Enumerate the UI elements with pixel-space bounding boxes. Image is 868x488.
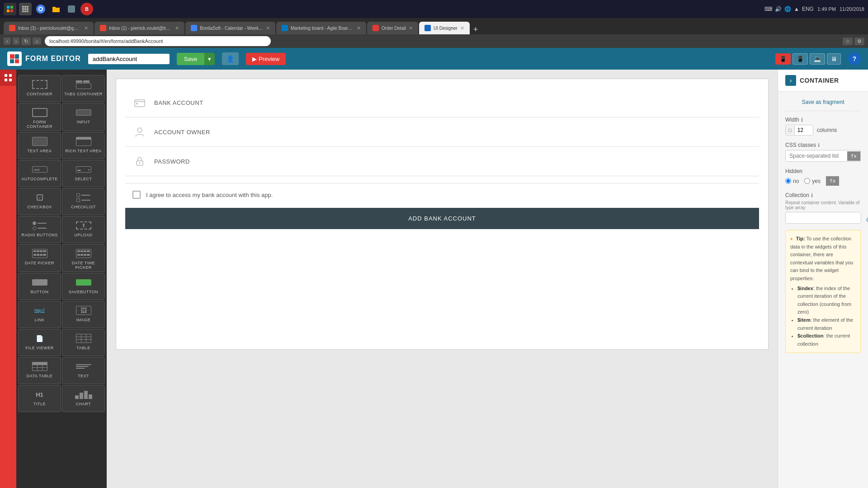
tab-gmail1[interactable]: Inbox (3) - pierrickvoulet@gmai... ✕ — [4, 22, 94, 34]
tab-gmail2[interactable]: Inbox (1) - pierrick.voulet@boni... ✕ — [94, 22, 184, 34]
widget-link[interactable]: http:// LINK — [18, 301, 61, 328]
user-button[interactable]: 👤 — [222, 52, 239, 65]
widget-upload-icon: ⬆ — [75, 220, 92, 231]
collection-info-icon[interactable]: ℹ — [811, 192, 813, 198]
svg-rect-24 — [9, 79, 12, 81]
extensions-button[interactable]: ⚙ — [854, 38, 864, 45]
tab-close-order[interactable]: ✕ — [409, 25, 413, 31]
taskbar-other-icon[interactable] — [65, 3, 78, 15]
password-field[interactable]: PASSWORD — [125, 147, 759, 176]
add-bank-account-button[interactable]: ADD BANK ACCOUNT — [125, 208, 759, 229]
home-button[interactable]: ⌂ — [33, 38, 41, 45]
panel-tab-widgets[interactable] — [0, 70, 16, 86]
tab-ui-designer[interactable]: UI Designer ✕ — [419, 22, 470, 34]
save-dropdown-button[interactable]: ▾ — [204, 53, 215, 65]
widget-input[interactable]: INPUT — [62, 103, 105, 131]
widget-select[interactable]: ▬▾ SELECT — [62, 160, 105, 187]
widget-form-container[interactable]: FORM CONTAINER — [18, 103, 61, 131]
bank-account-icon — [132, 95, 147, 110]
tab-close-bonita-cal[interactable]: ✕ — [266, 25, 270, 31]
widget-date-time-picker[interactable]: DATE TIME PICKER — [62, 244, 105, 272]
new-tab-button[interactable]: + — [471, 25, 481, 34]
tab-close-gmail2[interactable]: ✕ — [175, 25, 179, 31]
widget-table[interactable]: TABLE — [62, 329, 105, 356]
tab-close-trello[interactable]: ✕ — [357, 25, 361, 31]
widget-radio-buttons[interactable]: RADIO BUTTONS — [18, 216, 61, 243]
widget-data-table[interactable]: DATA TABLE — [18, 357, 61, 384]
hidden-label: Hidden — [785, 168, 861, 174]
widget-tabs-container[interactable]: TABS CONTAINER — [62, 75, 105, 102]
taskbar-bonita-icon[interactable]: B — [80, 3, 93, 15]
view-tablet-button[interactable]: 📱 — [793, 53, 808, 65]
width-info-icon[interactable]: ℹ — [801, 117, 803, 123]
widget-checkbox[interactable]: ✓ CHECKBOX — [18, 188, 61, 215]
bookmark-button[interactable]: ☆ — [843, 38, 853, 45]
widget-checklist[interactable]: CHECKLIST — [62, 188, 105, 215]
tray-icon-1[interactable]: ⌨ — [764, 6, 772, 12]
agree-checkbox[interactable] — [132, 191, 141, 199]
tray-icon-2[interactable]: 🔊 — [775, 6, 782, 12]
back-button[interactable]: ‹ — [4, 38, 11, 45]
collection-input[interactable] — [786, 212, 861, 223]
address-bar[interactable]: localhost:49990/bonita/#/en/forms/addBan… — [45, 36, 271, 46]
widget-image[interactable]: 🖼 IMAGE — [62, 301, 105, 328]
css-classes-input[interactable] — [786, 150, 847, 161]
width-input[interactable] — [795, 125, 813, 135]
svg-rect-17 — [10, 54, 14, 59]
widget-chart[interactable]: CHART — [62, 385, 105, 412]
start-icon[interactable] — [4, 3, 16, 15]
widget-autocomplete[interactable]: user AUTOCOMPLETE — [18, 160, 61, 187]
tab-close-ui-designer[interactable]: ✕ — [460, 25, 464, 31]
width-input-row: □ columns — [785, 125, 861, 136]
hidden-no-label[interactable]: no — [785, 178, 799, 184]
view-mobile-button[interactable]: 📱 — [775, 53, 791, 65]
tab-bonita-cal[interactable]: BonitaSoft - Calendar - Week of ... ✕ — [185, 22, 275, 34]
collection-label: Collection ℹ — [785, 192, 861, 198]
panel-toggle-button[interactable]: › — [785, 75, 796, 86]
view-tv-button[interactable]: 🖥 — [827, 53, 841, 65]
css-info-icon[interactable]: ℹ — [818, 142, 820, 148]
tab-order[interactable]: Order Detail ✕ — [367, 22, 418, 34]
agree-checkbox-row[interactable]: I agree to access my bank account with t… — [125, 183, 759, 206]
chrome-icon[interactable] — [34, 3, 47, 15]
widget-text[interactable]: TEXT — [62, 357, 105, 384]
save-fragment-link[interactable]: Save as fragment — [785, 97, 861, 111]
tray-icon-3[interactable]: 🌐 — [784, 6, 791, 12]
reload-button[interactable]: ↻ — [21, 38, 31, 45]
svg-rect-2 — [7, 9, 9, 12]
svg-point-29 — [139, 163, 141, 164]
tab-trello[interactable]: Marketing board - Agile Board - ... ✕ — [276, 22, 366, 34]
help-button[interactable]: ? — [848, 52, 861, 65]
widget-select-label: SELECT — [75, 177, 92, 181]
hidden-no-radio[interactable] — [785, 178, 791, 184]
widget-upload[interactable]: ⬆ UPLOAD — [62, 216, 105, 243]
account-owner-label: ACCOUNT OWNER — [154, 129, 210, 136]
tab-favicon-gmail2 — [100, 25, 106, 31]
widget-button[interactable]: BUTTON — [18, 273, 61, 300]
widget-date-picker[interactable]: DATE PICKER — [18, 244, 61, 272]
css-binding-button[interactable]: fx — [847, 151, 860, 161]
hidden-binding-button[interactable]: fx — [826, 176, 839, 186]
system-time: 1:49 PM — [817, 6, 836, 12]
widget-savebutton[interactable]: SAVEBUTTON — [62, 273, 105, 300]
widget-text-area[interactable]: TEXT AREA — [18, 132, 61, 159]
form-name-input[interactable] — [88, 54, 170, 64]
widget-container[interactable]: CONTAINER — [18, 75, 61, 102]
folder-icon[interactable] — [50, 3, 62, 15]
save-button[interactable]: Save — [177, 53, 205, 65]
tab-close-gmail1[interactable]: ✕ — [84, 25, 88, 31]
network-icon[interactable]: ▲ — [794, 6, 799, 12]
collection-link-button[interactable]: 🔗 — [863, 213, 868, 223]
taskbar-grid-icon[interactable] — [19, 3, 32, 15]
widget-rich-text-area-icon — [75, 136, 92, 147]
widget-title[interactable]: H1 TITLE — [18, 385, 61, 412]
account-owner-field[interactable]: ACCOUNT OWNER — [125, 117, 759, 147]
hidden-yes-label[interactable]: yes — [804, 178, 821, 184]
widget-file-viewer[interactable]: 📄 FILE VIEWER — [18, 329, 61, 356]
widget-rich-text-area[interactable]: RICH TEXT AREA — [62, 132, 105, 159]
forward-button[interactable]: › — [13, 38, 20, 45]
view-desktop-button[interactable]: 💻 — [810, 53, 825, 65]
preview-button[interactable]: ▶ Preview — [246, 53, 286, 65]
bank-account-field[interactable]: BANK ACCOUNT — [125, 88, 759, 117]
hidden-yes-radio[interactable] — [804, 178, 810, 184]
